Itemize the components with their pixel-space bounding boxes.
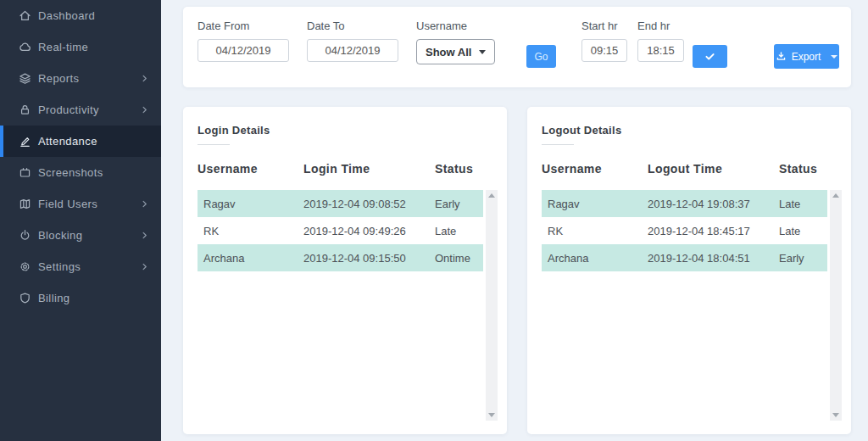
- sidebar-item-label: Attendance: [38, 135, 97, 148]
- scroll-down-icon[interactable]: [488, 413, 495, 417]
- home-icon: [18, 9, 31, 23]
- table-body: Ragav2019-12-04 19:08:37LateRK2019-12-04…: [542, 190, 827, 421]
- export-button-label: Export: [792, 51, 821, 63]
- download-icon: [776, 51, 787, 62]
- sidebar-item-settings[interactable]: Settings: [0, 251, 161, 282]
- start-hr-input[interactable]: [581, 39, 627, 62]
- power-icon: [18, 229, 31, 243]
- cell-username: RK: [548, 225, 648, 237]
- scroll-up-icon[interactable]: [488, 193, 495, 198]
- username-select[interactable]: Show All: [416, 39, 495, 64]
- date-to-label: Date To: [307, 20, 398, 32]
- cell-time: 2019-12-04 19:08:37: [648, 198, 779, 210]
- date-from-group: Date From: [198, 20, 289, 62]
- logout-details-panel: Logout Details Username Logout Time Stat…: [527, 107, 851, 434]
- chevron-right-icon: [140, 105, 149, 114]
- end-hr-group: End hr: [637, 20, 684, 62]
- column-header-status: Status: [435, 162, 492, 176]
- sidebar-item-label: Real-time: [38, 41, 88, 53]
- chevron-right-icon: [140, 231, 149, 240]
- cell-status: Late: [435, 225, 483, 237]
- start-hr-group: Start hr: [581, 20, 627, 62]
- sidebar-item-label: Productivity: [38, 103, 99, 116]
- cell-time: 2019-12-04 18:45:17: [648, 225, 779, 237]
- date-to-input[interactable]: [307, 39, 398, 62]
- go-button[interactable]: Go: [526, 45, 556, 68]
- chevron-right-icon: [140, 199, 149, 209]
- sidebar: DashboardReal-timeReportsProductivityAtt…: [0, 0, 161, 441]
- shield-icon: [18, 292, 31, 305]
- scroll-up-icon[interactable]: [832, 193, 839, 198]
- cell-status: Early: [435, 198, 483, 210]
- username-group: Username Show All: [416, 20, 495, 64]
- end-hr-label: End hr: [637, 20, 684, 32]
- cell-time: 2019-12-04 09:15:50: [303, 252, 435, 265]
- username-select-value: Show All: [426, 46, 471, 59]
- table-header: Username Logout Time Status: [527, 162, 851, 176]
- apply-hours-button[interactable]: [693, 45, 727, 68]
- table-scroll-area: Ragav2019-12-04 09:08:52EarlyRK2019-12-0…: [198, 190, 498, 421]
- sidebar-item-label: Screenshots: [38, 166, 103, 179]
- main-content: Date From Date To Username Show All Go S…: [161, 0, 868, 441]
- filter-toolbar: Date From Date To Username Show All Go S…: [183, 7, 851, 87]
- sidebar-item-label: Dashboard: [38, 9, 95, 22]
- table-row: Archana2019-12-04 09:15:50Ontime: [198, 244, 483, 271]
- table-scroll-area: Ragav2019-12-04 19:08:37LateRK2019-12-04…: [542, 190, 842, 421]
- vertical-scrollbar[interactable]: [486, 190, 498, 421]
- sidebar-item-label: Field Users: [38, 198, 97, 210]
- sidebar-item-productivity[interactable]: Productivity: [0, 94, 161, 126]
- title-divider: [542, 144, 574, 145]
- date-from-input[interactable]: [198, 39, 289, 62]
- table-row: Archana2019-12-04 18:04:51Early: [542, 244, 827, 271]
- sidebar-item-attendance[interactable]: Attendance: [0, 126, 161, 157]
- date-from-label: Date From: [198, 20, 289, 32]
- cell-username: Ragav: [548, 198, 648, 210]
- table-body: Ragav2019-12-04 09:08:52EarlyRK2019-12-0…: [198, 190, 483, 421]
- sidebar-item-field-users[interactable]: Field Users: [0, 188, 161, 220]
- gear-icon: [18, 260, 31, 274]
- table-row: RK2019-12-04 18:45:17Late: [542, 217, 827, 244]
- vertical-scrollbar[interactable]: [830, 190, 842, 421]
- cell-status: Ontime: [435, 252, 483, 265]
- scroll-down-icon[interactable]: [832, 413, 839, 417]
- column-header-username: Username: [542, 162, 648, 176]
- chevron-down-icon: [831, 55, 837, 59]
- chevron-right-icon: [140, 262, 149, 271]
- cell-username: Archana: [548, 252, 648, 265]
- cell-time: 2019-12-04 18:04:51: [648, 252, 779, 265]
- sidebar-item-screenshots[interactable]: Screenshots: [0, 157, 161, 188]
- panel-title: Logout Details: [542, 124, 837, 137]
- check-icon: [704, 51, 715, 62]
- table-row: Ragav2019-12-04 19:08:37Late: [542, 190, 827, 217]
- start-hr-label: Start hr: [581, 20, 627, 32]
- cell-time: 2019-12-04 09:08:52: [303, 198, 435, 210]
- column-header-status: Status: [779, 162, 837, 176]
- chevron-right-icon: [140, 74, 149, 83]
- date-to-group: Date To: [307, 20, 398, 62]
- column-header-time: Login Time: [303, 162, 435, 176]
- sidebar-item-blocking[interactable]: Blocking: [0, 220, 161, 251]
- sidebar-menu: DashboardReal-timeReportsProductivityAtt…: [0, 0, 161, 314]
- sidebar-item-label: Blocking: [38, 229, 82, 242]
- cell-username: Archana: [203, 252, 303, 265]
- sidebar-item-reports[interactable]: Reports: [0, 63, 161, 94]
- panel-title: Login Details: [198, 124, 492, 137]
- table-header: Username Login Time Status: [183, 162, 507, 176]
- title-divider: [198, 144, 230, 145]
- lock-icon: [18, 103, 31, 117]
- tv-icon: [18, 166, 31, 180]
- table-row: RK2019-12-04 09:49:26Late: [198, 217, 483, 244]
- sidebar-item-billing[interactable]: Billing: [0, 282, 161, 314]
- cloud-icon: [18, 41, 31, 54]
- sidebar-item-dashboard[interactable]: Dashboard: [0, 0, 161, 31]
- sidebar-item-real-time[interactable]: Real-time: [0, 31, 161, 63]
- cell-time: 2019-12-04 09:49:26: [303, 225, 435, 237]
- cell-username: Ragav: [203, 198, 303, 210]
- end-hr-input[interactable]: [637, 39, 684, 62]
- export-button[interactable]: Export: [774, 44, 839, 69]
- sidebar-item-label: Reports: [38, 72, 79, 85]
- column-header-time: Logout Time: [648, 162, 779, 176]
- username-label: Username: [416, 20, 495, 32]
- cell-status: Late: [779, 225, 827, 237]
- pen-icon: [18, 135, 31, 148]
